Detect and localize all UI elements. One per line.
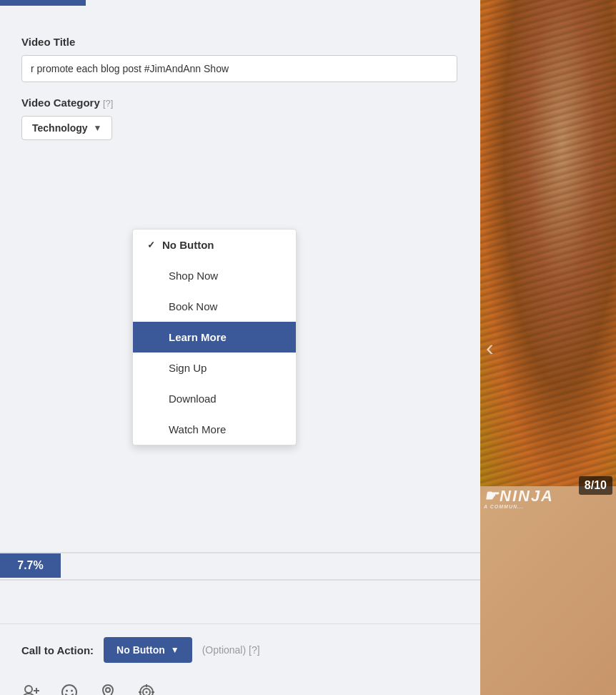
target-icon[interactable] xyxy=(137,683,156,695)
cta-label: Call to Action: xyxy=(21,644,94,656)
video-counter: 8/10 xyxy=(579,476,612,495)
toolbar-row xyxy=(0,676,480,695)
dropdown-item-no-button[interactable]: ✓ No Button xyxy=(133,230,296,260)
svg-point-9 xyxy=(146,691,148,694)
cta-row: Call to Action: No Button ▼ (Optional) [… xyxy=(0,624,480,676)
checkmark-icon: ✓ xyxy=(147,240,155,250)
dropdown-item-watch-more[interactable]: Watch More xyxy=(133,414,296,445)
left-panel: Video Title Video Category [?] Technolog… xyxy=(0,0,480,695)
ninja-logo: ☛NINJA A COMMUN... xyxy=(484,488,554,509)
dropdown-item-shop-now[interactable]: Shop Now xyxy=(133,260,296,291)
svg-point-0 xyxy=(25,686,32,693)
svg-point-3 xyxy=(62,685,76,695)
location-icon[interactable] xyxy=(99,683,117,695)
dropdown-item-label: Download xyxy=(169,393,217,405)
progress-badge: 7.7% xyxy=(0,553,61,578)
dropdown-item-learn-more[interactable]: Learn More xyxy=(133,322,296,353)
svg-point-6 xyxy=(106,688,110,692)
bottom-bar: Call to Action: No Button ▼ (Optional) [… xyxy=(0,623,480,695)
progress-line-2 xyxy=(0,579,480,581)
video-title-input[interactable] xyxy=(21,55,457,82)
top-progress-bar xyxy=(0,0,86,6)
dropdown-item-label: Learn More xyxy=(169,331,227,343)
category-chevron-icon: ▼ xyxy=(94,123,102,133)
cta-button-label: No Button xyxy=(116,644,165,656)
video-hair-strands xyxy=(480,0,616,486)
video-category-label: Video Category [?] xyxy=(21,97,459,109)
main-container: Video Title Video Category [?] Technolog… xyxy=(0,0,616,695)
dropdown-item-book-now[interactable]: Book Now xyxy=(133,291,296,322)
category-value: Technology xyxy=(32,122,88,134)
svg-point-4 xyxy=(66,690,68,692)
video-category-help: [?] xyxy=(103,98,113,109)
video-thumbnail: ☛NINJA A COMMUN... 8/10 ‹ xyxy=(480,0,616,695)
video-title-label: Video Title xyxy=(21,36,459,48)
category-dropdown[interactable]: Technology ▼ xyxy=(21,116,112,140)
dropdown-item-label: No Button xyxy=(162,239,214,251)
cta-chevron-icon: ▼ xyxy=(171,645,179,655)
right-panel: ☛NINJA A COMMUN... 8/10 ‹ xyxy=(480,0,616,695)
cta-optional-label: (Optional) [?] xyxy=(202,644,260,656)
dropdown-item-label: Book Now xyxy=(169,300,217,312)
person-add-icon[interactable] xyxy=(21,683,40,695)
dropdown-item-label: Watch More xyxy=(169,423,226,435)
dropdown-item-download[interactable]: Download xyxy=(133,383,296,414)
dropdown-item-label: Sign Up xyxy=(169,362,207,374)
emoji-icon[interactable] xyxy=(60,683,79,695)
cta-dropdown-menu: ✓ No Button Shop Now Book Now Learn More xyxy=(132,229,297,445)
progress-area: 7.7% xyxy=(0,552,480,581)
dropdown-item-label: Shop Now xyxy=(169,270,218,282)
video-nav-left-icon[interactable]: ‹ xyxy=(486,335,494,361)
cta-button[interactable]: No Button ▼ xyxy=(104,637,192,663)
dropdown-item-sign-up[interactable]: Sign Up xyxy=(133,353,296,383)
svg-point-5 xyxy=(71,690,73,692)
